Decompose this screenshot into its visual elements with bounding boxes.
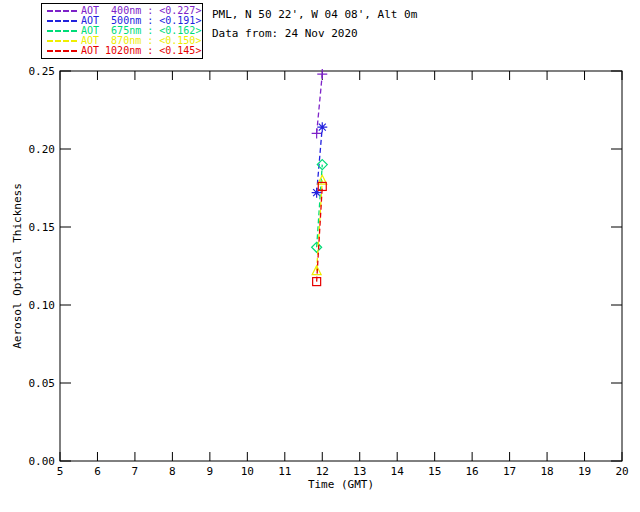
y-tick-label: 0.15: [29, 221, 56, 234]
x-tick-label: 9: [207, 465, 214, 478]
plot-area: 5678910111213141516171819200.000.050.100…: [0, 0, 640, 512]
x-tick-label: 6: [94, 465, 101, 478]
x-tick-label: 8: [169, 465, 176, 478]
aot-time-series-plot: AOT 400nm : <0.227>AOT 500nm : <0.191>AO…: [0, 0, 640, 512]
x-tick-label: 12: [316, 465, 329, 478]
x-tick-label: 10: [241, 465, 254, 478]
y-tick-label: 0.20: [29, 143, 56, 156]
x-tick-label: 19: [578, 465, 591, 478]
x-tick-label: 17: [503, 465, 516, 478]
y-tick-label: 0.00: [29, 455, 56, 468]
y-tick-label: 0.25: [29, 65, 56, 78]
x-tick-label: 20: [615, 465, 628, 478]
x-tick-label: 15: [428, 465, 441, 478]
y-tick-label: 0.05: [29, 377, 56, 390]
x-tick-label: 16: [466, 465, 479, 478]
marker-asterisk: [317, 122, 327, 132]
x-tick-label: 18: [540, 465, 553, 478]
y-tick-label: 0.10: [29, 299, 56, 312]
axes-frame: [60, 71, 622, 461]
x-tick-label: 14: [391, 465, 405, 478]
x-tick-label: 11: [278, 465, 291, 478]
x-tick-label: 5: [57, 465, 64, 478]
x-tick-label: 7: [132, 465, 139, 478]
x-tick-label: 13: [353, 465, 366, 478]
